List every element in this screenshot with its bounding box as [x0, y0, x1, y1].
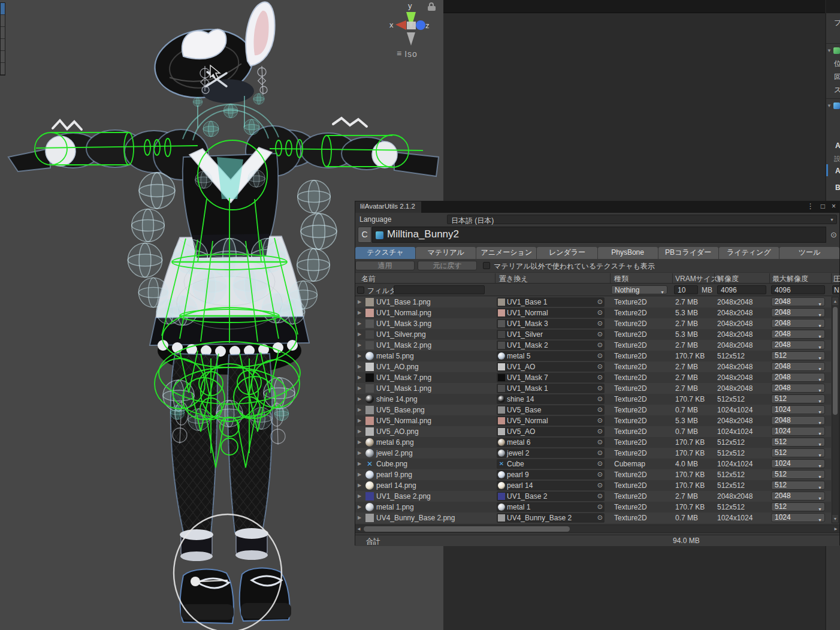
object-picker-icon[interactable]: ⊙: [597, 427, 603, 435]
expand-arrow-icon[interactable]: ▶: [358, 385, 361, 391]
max-resolution-dropdown[interactable]: 2048▼: [771, 384, 825, 393]
replace-object-field[interactable]: UV5_Normal⊙: [497, 416, 605, 426]
object-picker-icon[interactable]: ⊙: [597, 352, 603, 360]
table-row[interactable]: ▶UV1_Base 1.pngUV1_Base 1⊙Texture2D2.7 M…: [355, 297, 831, 308]
foldout-arrow-icon[interactable]: ▼: [827, 103, 832, 108]
column-compression[interactable]: 圧: [833, 274, 840, 284]
tab-3[interactable]: アニメーション: [476, 247, 536, 259]
max-resolution-dropdown[interactable]: 1024▼: [771, 427, 825, 436]
expand-arrow-icon[interactable]: ▶: [358, 461, 361, 466]
object-picker-icon[interactable]: ⊙: [597, 341, 603, 349]
object-picker-icon[interactable]: ⊙: [597, 481, 603, 489]
foldout-arrow-icon[interactable]: ▼: [827, 48, 832, 53]
max-resolution-dropdown[interactable]: 2048▼: [771, 340, 825, 349]
expand-arrow-icon[interactable]: ▶: [358, 299, 361, 305]
replace-object-field[interactable]: UV1_Base 2⊙: [497, 492, 605, 501]
max-resolution-dropdown[interactable]: 2048▼: [771, 373, 825, 382]
replace-object-field[interactable]: pearl 14⊙: [497, 481, 605, 490]
tab-8[interactable]: ツール: [779, 247, 839, 259]
object-picker-icon[interactable]: ⊙: [597, 363, 603, 370]
tab-6[interactable]: PBコライダー: [658, 247, 718, 259]
expand-arrow-icon[interactable]: ▶: [358, 472, 361, 477]
tab-5[interactable]: PhysBone: [598, 247, 658, 259]
table-row[interactable]: ▶UV1_Mask 3.pngUV1_Mask 3⊙Texture2D2.7 M…: [355, 318, 831, 329]
table-row[interactable]: ▶✕Cube.png✕Cube⊙Cubemap4.0 MB1024x102410…: [355, 459, 831, 469]
horizontal-scrollbar-thumb[interactable]: [364, 526, 570, 532]
expand-arrow-icon[interactable]: ▶: [358, 321, 361, 326]
window-title-tab[interactable]: lilAvatarUtils 2.1.2: [355, 201, 421, 213]
replace-object-field[interactable]: UV1_Mask 2⊙: [497, 340, 605, 350]
column-vram[interactable]: VRAMサイズ: [675, 274, 718, 284]
replace-object-field[interactable]: UV1_AO⊙: [497, 362, 605, 372]
table-row[interactable]: ▶UV1_Mask 2.pngUV1_Mask 2⊙Texture2D2.7 M…: [355, 340, 831, 351]
vertical-scrollbar[interactable]: ▲ ▼: [832, 297, 839, 523]
max-resolution-dropdown[interactable]: 2048▼: [771, 308, 825, 317]
object-picker-icon[interactable]: ⊙: [597, 471, 603, 478]
object-picker-icon[interactable]: ⊙: [597, 384, 603, 392]
avatar-object-field[interactable]: Milltina_Bunny2: [372, 227, 826, 243]
replace-object-field[interactable]: UV1_Mask 1⊙: [497, 384, 605, 393]
table-row[interactable]: ▶pearl 9.pngpearl 9⊙Texture2D170.7 KB512…: [355, 469, 831, 480]
table-row[interactable]: ▶UV1_Silver.pngUV1_Silver⊙Texture2D5.3 M…: [355, 329, 831, 340]
replace-object-field[interactable]: UV4_Bunny_Base 2⊙: [497, 513, 605, 523]
lock-icon[interactable]: [428, 2, 436, 11]
replace-object-field[interactable]: UV1_Base 1⊙: [497, 297, 605, 307]
replace-object-field[interactable]: shine 14⊙: [497, 394, 605, 404]
max-resolution-dropdown[interactable]: 512▼: [771, 481, 825, 490]
tab-4[interactable]: レンダラー: [537, 247, 597, 259]
expand-arrow-icon[interactable]: ▶: [358, 450, 361, 456]
close-icon[interactable]: ×: [832, 202, 836, 210]
max-resolution-dropdown[interactable]: 512▼: [771, 351, 825, 360]
table-row[interactable]: ▶metal 1.pngmetal 1⊙Texture2D170.7 KB512…: [355, 502, 831, 513]
object-picker-icon[interactable]: ⊙: [597, 417, 603, 424]
scene-tool-button[interactable]: [1, 27, 5, 39]
table-row[interactable]: ▶metal 5.pngmetal 5⊙Texture2D170.7 KB512…: [355, 351, 831, 361]
max-resolution-dropdown[interactable]: 2048▼: [771, 492, 825, 501]
object-picker-icon[interactable]: ⊙: [597, 438, 603, 446]
projection-mode-label[interactable]: ≡Iso: [397, 49, 418, 59]
table-row[interactable]: ▶shine 14.pngshine 14⊙Texture2D170.7 KB5…: [355, 394, 831, 405]
replace-object-field[interactable]: pearl 9⊙: [497, 470, 605, 480]
table-row[interactable]: ▶metal 6.pngmetal 6⊙Texture2D170.7 KB512…: [355, 437, 831, 448]
max-resolution-dropdown[interactable]: 2048▼: [771, 319, 825, 328]
scene-toolbar-strip[interactable]: [0, 2, 5, 76]
table-row[interactable]: ▶UV1_Mask 7.pngUV1_Mask 7⊙Texture2D2.7 M…: [355, 372, 831, 383]
table-header[interactable]: 名前 置き換え 種類 VRAMサイズ 解像度 最大解像度 圧: [355, 272, 839, 284]
expand-arrow-icon[interactable]: ▶: [358, 493, 361, 499]
replace-object-field[interactable]: UV1_Mask 3⊙: [497, 319, 605, 328]
revert-button[interactable]: 元に戻す: [418, 261, 477, 270]
object-picker-icon[interactable]: ⊙: [597, 460, 603, 468]
replace-object-field[interactable]: metal 1⊙: [497, 502, 605, 512]
scene-tool-button[interactable]: [1, 3, 5, 15]
table-row[interactable]: ▶UV4_Bunny_Base 2.pngUV4_Bunny_Base 2⊙Te…: [355, 513, 831, 523]
object-picker-icon[interactable]: ⊙: [597, 298, 603, 306]
max-resolution-dropdown[interactable]: 512▼: [771, 470, 825, 479]
object-picker-icon[interactable]: ⊙: [597, 503, 603, 511]
scene-tool-button[interactable]: [1, 15, 5, 27]
max-resolution-filter-input[interactable]: 4096: [771, 285, 825, 294]
object-picker-icon[interactable]: ⊙: [597, 373, 603, 381]
expand-arrow-icon[interactable]: ▶: [358, 396, 361, 402]
scene-tool-button[interactable]: [1, 39, 5, 51]
expand-arrow-icon[interactable]: ▶: [358, 429, 361, 434]
max-resolution-dropdown[interactable]: 512▼: [771, 394, 825, 403]
language-dropdown[interactable]: 日本語 (日本)▼: [447, 215, 837, 224]
object-picker-icon[interactable]: ⊙: [597, 319, 603, 327]
expand-arrow-icon[interactable]: ▶: [358, 439, 361, 445]
max-resolution-dropdown[interactable]: 2048▼: [771, 297, 825, 306]
max-resolution-dropdown[interactable]: 1024▼: [771, 405, 825, 414]
expand-arrow-icon[interactable]: ▶: [358, 375, 361, 380]
object-picker-icon[interactable]: ⊙: [597, 330, 603, 338]
object-picker-icon[interactable]: ⊙: [597, 514, 603, 522]
table-row[interactable]: ▶UV1_Normal.pngUV1_Normal⊙Texture2D5.3 M…: [355, 308, 831, 318]
replace-object-field[interactable]: UV1_Mask 7⊙: [497, 373, 605, 382]
object-picker-icon[interactable]: ⊙: [597, 309, 603, 316]
resolution-filter-input[interactable]: 4096: [717, 285, 766, 294]
replace-object-field[interactable]: UV5_AO⊙: [497, 427, 605, 436]
expand-arrow-icon[interactable]: ▶: [358, 504, 361, 510]
tab-7[interactable]: ライティング: [719, 247, 779, 259]
replace-object-field[interactable]: UV1_Silver⊙: [497, 330, 605, 339]
compression-filter-input[interactable]: N: [832, 285, 840, 294]
column-replace[interactable]: 置き換え: [499, 274, 528, 284]
expand-arrow-icon[interactable]: ▶: [358, 342, 361, 348]
